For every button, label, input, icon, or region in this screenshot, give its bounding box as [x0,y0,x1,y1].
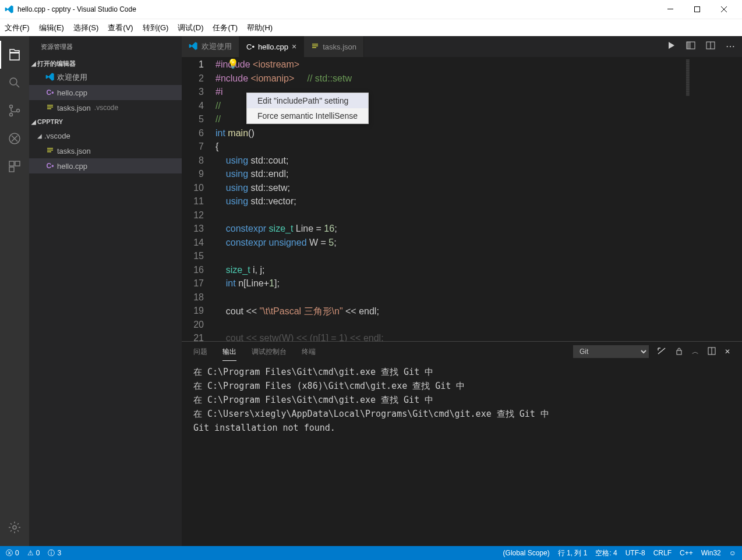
svg-rect-14 [47,148,53,149]
code-line[interactable]: { [215,141,742,155]
code-line[interactable] [215,292,742,306]
clear-output-icon[interactable] [657,346,666,357]
activity-debug[interactable] [0,125,29,153]
code-line[interactable]: #💡nclude <iomanip> // std::setw [215,73,742,87]
menu-item[interactable]: 文件(F) [0,19,34,36]
panel-tab[interactable]: 终端 [302,347,316,357]
layout-icon[interactable] [706,41,715,52]
svg-point-5 [17,109,20,112]
vscode-icon [45,72,55,83]
json-icon [311,43,319,52]
line-number: 18 [182,292,215,306]
code-line[interactable]: using std::cout; [215,155,742,169]
panel-tab[interactable]: 问题 [193,347,207,357]
editor-tab[interactable]: tasks.json [304,36,364,57]
activity-scm[interactable] [0,97,29,125]
line-number: 11 [182,196,215,210]
line-number: 1 [182,59,215,73]
menu-bar: 文件(F)编辑(E)选择(S)查看(V)转到(G)调试(D)任务(T)帮助(H) [0,19,742,36]
status-spaces[interactable]: 空格: 4 [595,548,617,558]
status-errors[interactable]: ⓧ 0 [6,548,19,558]
minimize-button[interactable] [657,0,684,19]
open-editors-section[interactable]: ◢打开的编辑器 [29,57,182,70]
sidebar-explorer: 资源管理器 ◢打开的编辑器 欢迎使用C•hello.cpptasks.json.… [29,36,182,546]
code-line[interactable]: constexpr unsigned W = 5; [215,238,742,251]
menu-item[interactable]: 调试(D) [173,19,208,36]
status-platform[interactable]: Win32 [701,548,721,558]
code-line[interactable]: cout << "\t\tPascal 三角形\n" << endl; [215,306,742,320]
code-line[interactable]: int main() [215,128,742,142]
status-feedback[interactable]: ☺ [729,548,736,558]
svg-point-4 [10,114,13,116]
more-icon[interactable]: ⋯ [726,41,735,52]
code-line[interactable]: using std::vector; [215,196,742,210]
lightbulb-item[interactable]: Force semantic IntelliSense [247,108,368,123]
panel-close-icon[interactable]: ✕ [725,348,730,356]
svg-rect-19 [312,47,316,48]
panel-tab[interactable]: 输出 [222,347,236,361]
panel-up-icon[interactable]: ︿ [692,347,699,357]
run-icon[interactable] [666,41,676,52]
menu-item[interactable]: 任务(T) [208,19,242,36]
minimap[interactable]: ████████████████████████████████████████… [684,57,734,341]
cpp-icon: C• [47,162,54,170]
editor-tab[interactable]: 欢迎使用 [182,36,239,57]
split-icon[interactable] [686,41,695,52]
open-editor-item[interactable]: 欢迎使用 [29,70,182,85]
code-line[interactable]: constexpr size_t Line = 16; [215,224,742,238]
menu-item[interactable]: 查看(V) [103,19,137,36]
svg-rect-11 [47,105,53,106]
line-number: 15 [182,251,215,265]
panel-maximize-icon[interactable] [707,346,716,357]
activity-search[interactable] [0,69,29,97]
window-title: hello.cpp - cpptry - Visual Studio Code [17,5,657,13]
line-number: 3 [182,87,215,101]
lightbulb-item[interactable]: Edit "includePath" setting [247,93,368,108]
activity-extensions[interactable] [0,153,29,180]
code-line[interactable] [215,210,742,224]
lock-scroll-icon[interactable] [674,346,684,357]
status-warnings[interactable]: ⚠ 0 [27,549,40,557]
tab-close-icon[interactable]: × [292,42,296,51]
code-line[interactable] [215,320,742,334]
project-section[interactable]: ◢CPPTRY [29,115,182,128]
status-encoding[interactable]: UTF-8 [626,548,645,558]
activity-explorer[interactable] [0,41,29,69]
activity-settings[interactable] [0,513,29,541]
line-number: 9 [182,169,215,183]
code-line[interactable]: int n[Line+1]; [215,278,742,292]
code-line[interactable]: size_t i, j; [215,265,742,279]
status-info[interactable]: ⓘ 3 [48,548,61,558]
output-channel-select[interactable]: Git [573,345,649,358]
menu-item[interactable]: 编辑(E) [34,19,69,36]
menu-item[interactable]: 选择(S) [69,19,103,36]
tree-file[interactable]: tasks.json [29,143,182,158]
vscode-icon [5,5,14,14]
svg-rect-24 [677,350,681,355]
status-language[interactable]: C++ [680,548,693,558]
code-line[interactable]: cout << setw(W) << (n[1] = 1) << endl; [215,333,742,341]
status-eol[interactable]: CRLF [653,548,672,558]
svg-rect-7 [9,161,14,166]
menu-item[interactable]: 帮助(H) [242,19,277,36]
output-body[interactable]: 在 C:\Program Files\Git\cmd\git.exe 查找 Gi… [182,361,742,546]
window-titlebar: hello.cpp - cpptry - Visual Studio Code [0,0,742,19]
panel-tab[interactable]: 调试控制台 [252,347,287,357]
code-line[interactable] [215,251,742,265]
line-number: 12 [182,210,215,224]
close-button[interactable] [711,0,737,19]
code-line[interactable]: #include <iostream> [215,59,742,73]
maximize-button[interactable] [684,0,711,19]
line-number: 21 [182,333,215,341]
open-editor-item[interactable]: C•hello.cpp [29,85,182,100]
editor-tab[interactable]: C•hello.cpp× [239,36,304,57]
open-editor-item[interactable]: tasks.json.vscode [29,100,182,115]
status-position[interactable]: 行 1, 列 1 [558,548,588,558]
status-scope[interactable]: (Global Scope) [503,548,550,558]
menu-item[interactable]: 转到(G) [138,19,174,36]
tree-folder[interactable]: ◢.vscode [29,128,182,143]
svg-rect-16 [47,151,51,153]
tree-file[interactable]: C•hello.cpp [29,158,182,173]
code-line[interactable]: using std::endl; [215,169,742,183]
code-line[interactable]: using std::setw; [215,183,742,197]
